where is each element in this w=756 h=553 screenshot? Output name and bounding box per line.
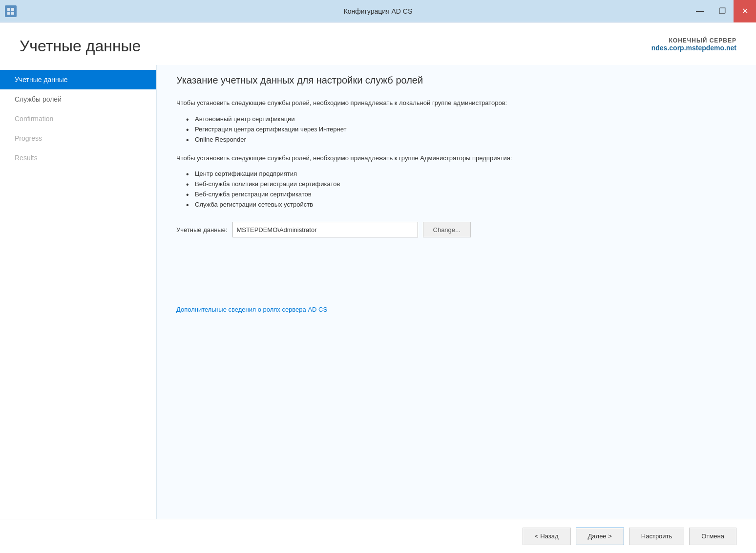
svg-rect-0 (7, 8, 10, 11)
close-button[interactable]: ✕ (734, 0, 756, 22)
right-panel: Указание учетных данных для настройки сл… (156, 65, 756, 519)
panel-title: Указание учетных данных для настройки сл… (176, 75, 736, 86)
sidebar: Учетные данные Службы ролей Confirmation… (0, 65, 156, 519)
app-icon (5, 5, 17, 17)
list-item: Веб-служба регистрации сертификатов (186, 189, 736, 199)
credentials-row: Учетные данные: Change... (176, 222, 736, 237)
minimize-button[interactable]: — (689, 0, 711, 22)
sidebar-item-credentials[interactable]: Учетные данные (0, 70, 156, 89)
section1-list: Автономный центр сертификации Регистраци… (186, 114, 736, 145)
page-title: Учетные данные (20, 37, 141, 55)
svg-rect-2 (7, 12, 10, 15)
server-label: КОНЕЧНЫЙ СЕРВЕР (651, 37, 736, 44)
maximize-button[interactable]: ❐ (711, 0, 734, 22)
bottom-link[interactable]: Дополнительные сведения о ролях сервера … (176, 296, 736, 313)
list-item: Online Responder (186, 134, 736, 145)
window-title: Конфигурация AD CS (344, 7, 413, 15)
sidebar-item-role-services[interactable]: Службы ролей (0, 89, 156, 109)
server-name: ndes.corp.mstepdemo.net (651, 44, 736, 52)
section1-text: Чтобы установить следующие службы ролей,… (176, 98, 736, 108)
next-button[interactable]: Далее > (576, 528, 624, 545)
sidebar-item-confirmation: Confirmation (0, 109, 156, 128)
list-item: Регистрация центра сертификации через Ин… (186, 124, 736, 134)
title-bar: Конфигурация AD CS — ❐ ✕ (0, 0, 756, 22)
sidebar-item-progress: Progress (0, 128, 156, 148)
content-area: Учетные данные Службы ролей Confirmation… (0, 65, 756, 519)
server-info: КОНЕЧНЫЙ СЕРВЕР ndes.corp.mstepdemo.net (651, 37, 736, 52)
title-bar-left (5, 5, 17, 17)
list-item: Веб-служба политики регистрации сертифик… (186, 179, 736, 189)
list-item: Центр сертификации предприятия (186, 169, 736, 179)
title-bar-buttons: — ❐ ✕ (689, 0, 756, 22)
change-button[interactable]: Change... (423, 222, 471, 237)
credentials-input[interactable] (232, 222, 418, 237)
header-area: Учетные данные КОНЕЧНЫЙ СЕРВЕР ndes.corp… (0, 22, 756, 65)
credentials-label: Учетные данные: (176, 226, 228, 234)
list-item: Автономный центр сертификации (186, 114, 736, 124)
back-button[interactable]: < Назад (523, 528, 570, 545)
list-item: Служба регистрации сетевых устройств (186, 199, 736, 210)
configure-button[interactable]: Настроить (629, 528, 685, 545)
svg-rect-1 (11, 8, 14, 11)
sidebar-item-results: Results (0, 148, 156, 168)
section2-list: Центр сертификации предприятия Веб-служб… (186, 169, 736, 210)
svg-rect-3 (11, 12, 14, 15)
footer: < Назад Далее > Настроить Отмена (0, 519, 756, 553)
main-window: Учетные данные КОНЕЧНЫЙ СЕРВЕР ndes.corp… (0, 22, 756, 553)
cancel-button[interactable]: Отмена (689, 528, 736, 545)
section2-text: Чтобы установить следующие службы ролей,… (176, 153, 736, 163)
